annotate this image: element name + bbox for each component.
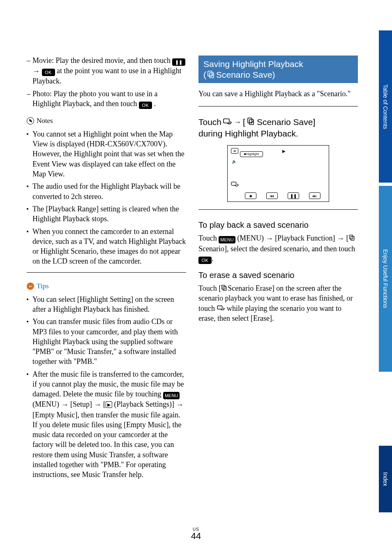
play-icon: ▶ [106,401,112,408]
close-button[interactable]: ✕ [231,148,238,154]
notes-icon: ✎ [27,117,34,125]
section-banner: Saving Highlight Playback ( Scenario Sav… [198,56,358,83]
arrow-icon: → [32,66,40,76]
svg-rect-9 [223,287,226,291]
ok-icon: OK [42,69,55,76]
next-button[interactable]: ⏭ [309,192,321,199]
svg-rect-5 [231,182,236,185]
divider [198,106,358,107]
step-heading: Touch → [ Scenario Save] during Highligh… [198,116,358,140]
text: Scenario], select the desired scenario, … [198,245,355,253]
arrow-icon: → [337,234,344,243]
text: at the point you want to use in a Highli… [32,67,181,85]
text: Touch [198,116,221,128]
arrow-icon: → [61,400,69,410]
notes-list: You cannot set a Highlight point when th… [27,129,186,266]
arrow-icon: → [176,400,183,410]
prev-button[interactable]: ⏮ [266,192,278,199]
divider [27,272,186,273]
dash-item-movie: Movie: Play the desired movie, and then … [27,56,186,86]
tips-heading: ➳ Tips [27,282,186,291]
pause-icon: ❚❚ [172,58,185,66]
action-button[interactable] [231,181,239,188]
stop-button[interactable]: ■ [245,192,256,199]
side-tabs: Table of Contents Enjoy Useful Functions… [379,0,392,558]
notes-heading: ✎ Notes [27,116,186,126]
playback-body: Touch MENU (MENU) → [Playback Function] … [198,233,358,264]
tip-item: You can select [Highlight Setting] on th… [27,294,186,315]
page-number: 44 [0,531,392,542]
divider [198,209,358,210]
banner-line1: Saving Highlight Playback [203,59,353,69]
intro-paragraph: You can save a Highlight Playback as a "… [198,89,358,99]
scenario-icon [207,70,215,80]
text: Touch [198,234,219,242]
arrow-icon: → [234,117,241,127]
scenario-icon [221,285,228,292]
subheading-erase: To erase a saved scenario [198,270,358,281]
svg-rect-6 [349,235,353,239]
text: Movie: Play the desired movie, and then … [32,56,172,65]
right-column: Saving Highlight Playback ( Scenario Sav… [198,56,358,482]
menu-icon: MENU [163,392,180,399]
scenario-icon [247,117,255,127]
svg-rect-1 [210,73,214,78]
notes-label: Notes [37,116,53,126]
speaker-icon[interactable]: 🔈 [231,158,238,164]
arrow-icon: → [94,400,101,410]
tips-icon: ➳ [27,282,34,290]
text: [ [243,116,245,128]
left-column: Movie: Play the desired movie, and then … [27,56,186,482]
ok-icon: OK [139,102,152,109]
svg-rect-2 [224,119,229,123]
tips-list: You can select [Highlight Setting] on th… [27,294,186,480]
subheading-playback: To play back a saved scenario [198,220,358,231]
text: Scenario Save] [257,116,315,128]
dash-item-photo: Photo: Play the photo you want to use in… [27,89,186,109]
tip-item: You can transfer music files from audio … [27,317,186,366]
tab-toc[interactable]: Table of Contents [379,30,392,183]
note-item: You cannot set a Highlight point when th… [27,129,186,179]
note-item: When you connect the camcorder to an ext… [27,227,186,266]
text: ( [203,69,206,80]
text: After the music file is transferred to t… [32,370,184,398]
page: Movie: Play the desired movie, and then … [0,0,392,558]
text: (MENU) [32,400,61,408]
text: (Playback Settings)] [112,400,176,408]
action-icon [223,118,232,126]
action-icon [217,305,225,313]
player-screen: ✕ ■ Highlight 🔈 ▶ ■ ⏮ ❚❚ ⏭ [227,145,329,202]
note-item: The [Playback Range] setting is cleared … [27,204,186,224]
svg-rect-4 [249,120,254,125]
tips-label: Tips [37,282,49,291]
text: Touch [ [198,284,221,292]
menu-icon: MENU [219,236,235,243]
highlight-badge: ■ Highlight [240,151,263,157]
ok-icon: OK [198,257,212,264]
pause-button[interactable]: ❚❚ [288,192,299,199]
screenshot: ✕ ■ Highlight 🔈 ▶ ■ ⏮ ❚❚ ⏭ [198,145,358,202]
erase-body: Touch [Scenario Erase] on the screen aft… [198,283,358,323]
tab-enjoy[interactable]: Enjoy Useful Functions [379,186,392,372]
dash-list: Movie: Play the desired movie, and then … [27,56,186,109]
text: [Playback Function] [275,234,337,242]
text: [Setup] [70,400,94,408]
svg-rect-8 [222,285,225,289]
tip-item: After the music file is transferred to t… [27,369,186,480]
svg-rect-0 [208,71,212,76]
scenario-icon [349,234,355,242]
arrow-icon: → [266,234,273,243]
play-icon: ▶ [281,148,287,154]
text: (MENU) [237,234,266,242]
svg-rect-7 [350,236,354,241]
svg-rect-10 [217,306,222,309]
svg-rect-3 [248,118,252,123]
banner-line2: ( Scenario Save) [203,69,353,80]
page-footer: US 44 [0,527,392,542]
text: . [212,255,214,263]
text: Scenario Save) [216,69,275,80]
note-item: The audio used for the Highlight Playbac… [27,181,186,201]
text: [Empty Music], then transfer the music f… [32,411,181,479]
text: during Highlight Playback. [198,128,358,139]
tab-index[interactable]: Index [379,446,392,512]
